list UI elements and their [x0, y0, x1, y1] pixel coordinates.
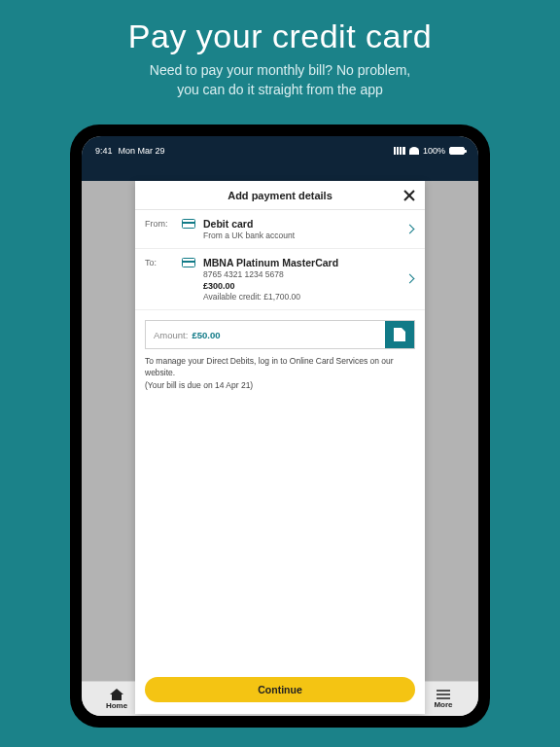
status-battery-text: 100% — [423, 146, 445, 156]
close-icon[interactable] — [402, 188, 417, 203]
menu-icon — [437, 690, 450, 699]
to-balance: £300.00 — [203, 281, 415, 291]
home-icon — [110, 689, 123, 700]
amount-label: Amount: — [146, 321, 188, 348]
to-label: To: — [145, 257, 174, 267]
from-title: Debit card — [203, 218, 415, 230]
signal-icon — [394, 147, 405, 155]
direct-debit-note: To manage your Direct Debits, log in to … — [135, 355, 425, 391]
hero-subtitle: Need to pay your monthly bill? No proble… — [0, 61, 560, 99]
tab-home[interactable]: Home — [97, 682, 136, 716]
status-time: 9:41 — [95, 146, 113, 156]
to-title: MBNA Platinum MasterCard — [203, 257, 415, 268]
card-icon — [182, 258, 195, 267]
document-icon — [394, 328, 405, 341]
modal-header: Add payment details — [135, 181, 425, 210]
device-frame: 9:41 Mon Mar 29 100% Add payment details… — [70, 124, 490, 728]
hero-title: Pay your credit card — [0, 18, 560, 55]
card-icon — [182, 219, 195, 229]
tab-more-label: More — [434, 700, 452, 709]
from-subtitle: From a UK bank account — [203, 231, 415, 240]
status-bar: 9:41 Mon Mar 29 100% — [82, 136, 478, 165]
note-line-1: To manage your Direct Debits, log in to … — [145, 356, 394, 377]
modal-title: Add payment details — [228, 190, 332, 201]
hero-sub-line-2: you can do it straight from the app — [177, 82, 383, 97]
hero-sub-line-1: Need to pay your monthly bill? No proble… — [150, 62, 410, 78]
tab-more[interactable]: More — [424, 682, 463, 716]
tab-home-label: Home — [106, 701, 127, 710]
battery-icon — [449, 147, 465, 155]
to-available-credit: Available credit: £1,700.00 — [203, 292, 415, 302]
note-line-2: (Your bill is due on 14 Apr 21) — [145, 380, 253, 390]
amount-input[interactable]: Amount: £50.00 — [145, 320, 415, 349]
main-area: Add payment details From: Debit card Fro… — [82, 181, 478, 681]
device-screen: 9:41 Mon Mar 29 100% Add payment details… — [82, 136, 478, 716]
status-date: Mon Mar 29 — [119, 146, 165, 156]
to-card-number: 8765 4321 1234 5678 — [203, 269, 415, 279]
statement-button[interactable] — [385, 321, 414, 348]
app-header-dark — [82, 165, 478, 181]
from-account-row[interactable]: From: Debit card From a UK bank account — [135, 210, 425, 249]
continue-button[interactable]: Continue — [145, 677, 415, 702]
amount-value: £50.00 — [188, 321, 385, 348]
payment-modal: Add payment details From: Debit card Fro… — [135, 181, 425, 714]
from-label: From: — [145, 218, 174, 229]
to-account-row[interactable]: To: MBNA Platinum MasterCard 8765 4321 1… — [135, 249, 425, 310]
wifi-icon — [409, 147, 419, 155]
